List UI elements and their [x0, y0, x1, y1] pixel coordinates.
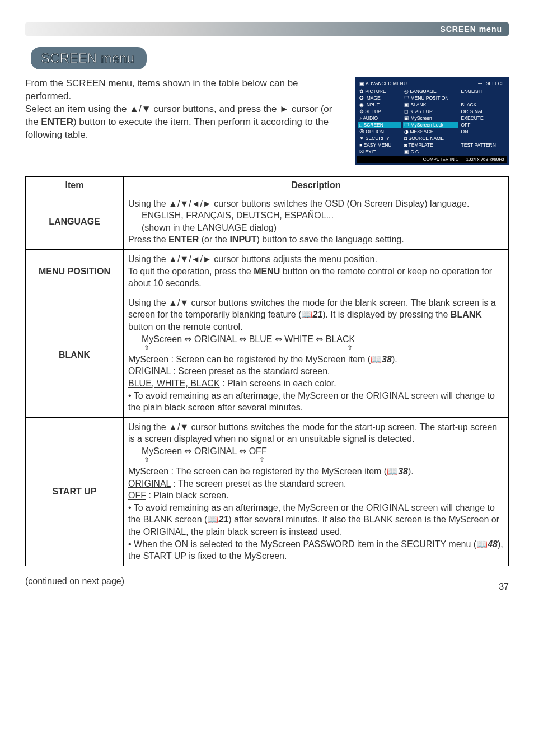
desc-line: MyScreen : The screen can be registered … — [128, 465, 504, 478]
desc-line: Using the ▲/▼ cursor buttons switches th… — [128, 421, 504, 445]
menu-row: ⚙ SETUP — [358, 108, 401, 115]
menu-row: ♪ AUDIO — [358, 115, 401, 122]
menu-row: ▣ BLANK — [403, 101, 457, 108]
menu-row: ◻ START UP — [403, 108, 457, 115]
menu-row: ENGLISH — [460, 88, 505, 95]
menu-row — [460, 135, 505, 142]
item-cell: BLANK — [26, 293, 124, 417]
item-cell: MENU POSITION — [26, 249, 124, 293]
settings-table: Item Description LANGUAGEUsing the ▲/▼/◄… — [25, 176, 509, 566]
menu-row: OFF — [460, 122, 505, 128]
section-title-pill: SCREEN menu — [31, 47, 147, 69]
desc-line: Press the ENTER (or the INPUT) button to… — [128, 234, 504, 246]
desc-line: ORIGINAL : The screen preset as the stan… — [128, 478, 504, 490]
desc-line: Using the ▲/▼ cursor buttons switches th… — [128, 297, 504, 333]
th-item: Item — [26, 177, 124, 194]
menu-header-left: ▣ ADVANCED MENU — [359, 81, 407, 86]
menu-row: TEST PATTERN — [460, 142, 505, 148]
desc-line: • To avoid remaining as an afterimage, t… — [128, 502, 504, 538]
menu-row: BLACK — [460, 101, 505, 108]
menu-row: ◉ INPUT — [358, 101, 401, 108]
menu-row: ◘ SOURCE NAME — [403, 135, 457, 142]
desc-line-indent: ENGLISH, FRANÇAIS, DEUTSCH, ESPAÑOL... — [128, 209, 504, 222]
menu-row: ◑ MESSAGE — [403, 128, 457, 135]
menu-row: ▣ MyScreen — [403, 115, 457, 122]
menu-row: ■ EASY MENU — [358, 142, 401, 148]
menu-row: ⬚ MENU POSITION — [403, 95, 457, 101]
menu-row: ◎ LANGUAGE — [403, 88, 457, 95]
menu-row: ON — [460, 128, 505, 135]
desc-line: MyScreen : Screen can be registered by t… — [128, 353, 504, 366]
menu-row: ☒ EXIT — [358, 148, 401, 155]
th-desc: Description — [124, 177, 509, 194]
menu-row: EXECUTE — [460, 115, 505, 122]
menu-row: ✿ PICTURE — [358, 88, 401, 95]
desc-line: ORIGINAL : Screen preset as the standard… — [128, 365, 504, 377]
menu-row: ⬚ MyScreen Lock — [403, 122, 457, 128]
desc-cell: Using the ▲/▼ cursor buttons switches th… — [124, 417, 509, 566]
item-cell: START UP — [26, 417, 124, 566]
desc-line: BLUE, WHITE, BLACK : Plain screens in ea… — [128, 377, 504, 390]
continued-note: (continued on next page) — [25, 576, 509, 586]
desc-line: • To avoid remaining as an afterimage, t… — [128, 390, 504, 414]
section-title: SCREEN menu — [41, 50, 134, 66]
desc-line: • When the ON is selected to the MyScree… — [128, 538, 504, 562]
cycle-line: MyScreen ⇔ ORIGINAL ⇔ OFF⇧⇧ — [128, 445, 504, 465]
desc-line: Using the ▲/▼/◄/► cursor buttons adjusts… — [128, 253, 504, 265]
menu-row: ORIGINAL — [460, 108, 505, 115]
menu-row: ✪ IMAGE — [358, 95, 401, 101]
desc-line: OFF : Plain black screen. — [128, 489, 504, 502]
menu-row: ▣ C.C. — [403, 148, 457, 155]
menu-row: ⦿ OPTION — [358, 128, 401, 135]
cycle-line: MyScreen ⇔ ORIGINAL ⇔ BLUE ⇔ WHITE ⇔ BLA… — [128, 333, 504, 353]
desc-line: Using the ▲/▼/◄/► cursor buttons switche… — [128, 198, 504, 210]
desc-cell: Using the ▲/▼/◄/► cursor buttons switche… — [124, 194, 509, 249]
menu-header-right: ⯐: SELECT — [478, 81, 504, 86]
menu-footer-left: COMPUTER IN 1 — [423, 157, 458, 162]
menu-row — [460, 148, 505, 155]
desc-line-indent: (shown in the LANGUAGE dialog) — [128, 222, 504, 234]
breadcrumb: SCREEN menu — [440, 25, 502, 34]
desc-cell: Using the ▲/▼ cursor buttons switches th… — [124, 293, 509, 417]
header-gradient: SCREEN menu — [25, 22, 509, 36]
menu-row: □ SCREEN — [358, 122, 401, 128]
desc-cell: Using the ▲/▼/◄/► cursor buttons adjusts… — [124, 249, 509, 293]
page-number: 37 — [499, 582, 509, 592]
desc-line: To quit the operation, press the MENU bu… — [128, 265, 504, 290]
menu-row: ◙ TEMPLATE — [403, 142, 457, 148]
item-cell: LANGUAGE — [26, 194, 124, 249]
intro-text: From the SCREEN menu, items shown in the… — [25, 77, 344, 142]
menu-row: ▼ SECURITY — [358, 135, 401, 142]
menu-footer-right: 1024 x 768 @60Hz — [466, 157, 504, 162]
menu-row — [460, 95, 505, 101]
osd-menu-preview: ▣ ADVANCED MENU ⯐: SELECT ✿ PICTURE✪ IMA… — [355, 77, 509, 165]
